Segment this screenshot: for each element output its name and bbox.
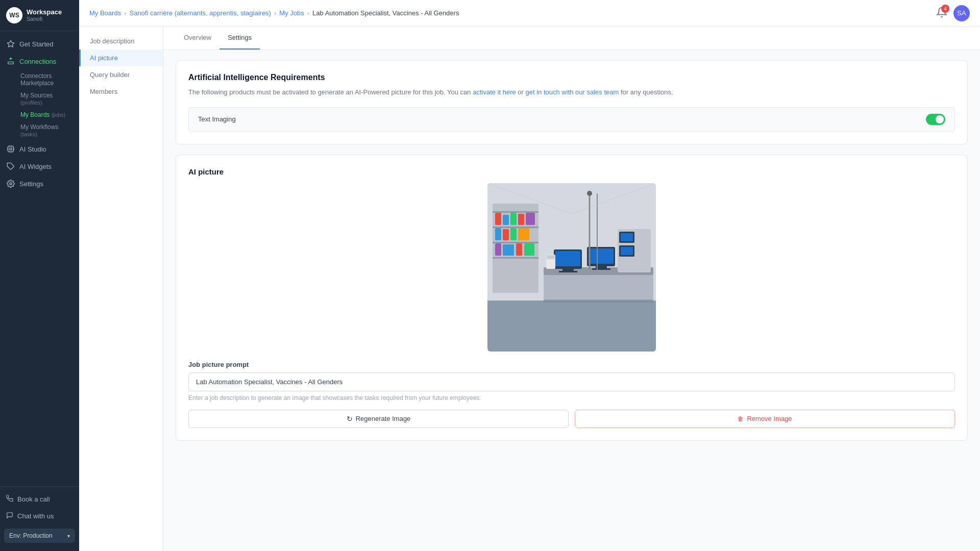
svg-rect-27 bbox=[526, 213, 535, 225]
trash-icon bbox=[738, 415, 744, 422]
svg-rect-28 bbox=[495, 228, 501, 240]
svg-rect-33 bbox=[503, 244, 514, 256]
toggle-label: Text Imaging bbox=[198, 115, 236, 123]
subnav-query-builder[interactable]: Query builder bbox=[79, 66, 163, 83]
svg-marker-0 bbox=[7, 40, 14, 47]
svg-rect-35 bbox=[524, 243, 534, 256]
cpu-icon bbox=[6, 144, 15, 154]
sidebar-item-ai-widgets[interactable]: AI Widgets bbox=[0, 158, 79, 175]
sidebar-item-connectors-marketplace[interactable]: Connectors Marketplace bbox=[14, 70, 79, 89]
svg-rect-25 bbox=[510, 213, 517, 225]
svg-rect-41 bbox=[559, 271, 577, 272]
sidebar-item-ai-studio[interactable]: AI Studio bbox=[0, 140, 79, 158]
chat-with-us-label: Chat with us bbox=[17, 512, 54, 520]
topbar-right: 4 SA bbox=[936, 5, 970, 21]
book-a-call-button[interactable]: Book a call bbox=[0, 491, 79, 508]
svg-rect-30 bbox=[510, 228, 517, 240]
ai-requirements-title: Artificial Intelligence Requirements bbox=[188, 73, 955, 82]
remove-image-button[interactable]: Remove Image bbox=[575, 410, 955, 428]
avatar[interactable]: SA bbox=[953, 5, 970, 21]
svg-rect-20 bbox=[493, 227, 538, 228]
main-area: My Boards › Sanofi carrière (alternants,… bbox=[79, 0, 980, 551]
regenerate-image-button[interactable]: Regenerate Image bbox=[188, 410, 569, 428]
logo-icon: WS bbox=[6, 7, 22, 23]
sidebar-item-label: AI Widgets bbox=[19, 163, 52, 170]
svg-rect-43 bbox=[589, 248, 614, 264]
svg-rect-56 bbox=[544, 299, 653, 303]
sidebar-item-my-boards[interactable]: My Boards (jobs) bbox=[14, 109, 79, 121]
refresh-icon bbox=[347, 415, 353, 423]
sidebar-item-connections[interactable]: Connections bbox=[0, 53, 79, 70]
svg-rect-48 bbox=[621, 233, 633, 241]
breadcrumb-my-boards[interactable]: My Boards bbox=[89, 9, 121, 17]
job-picture-prompt-label: Job picture prompt bbox=[188, 361, 955, 368]
breadcrumb-board-name[interactable]: Sanofi carrière (alternants, apprentis, … bbox=[129, 9, 271, 17]
sidebar-nav: Get Started Connections Connectors Marke… bbox=[0, 31, 79, 486]
sidebar: WS Workspace Sanofi Get Started Connecti… bbox=[0, 0, 79, 551]
ai-desc-or: or bbox=[518, 88, 524, 96]
star-icon bbox=[6, 39, 15, 48]
env-selector[interactable]: Env: Production ▾ bbox=[4, 529, 75, 543]
ai-picture-section-title: AI picture bbox=[188, 167, 955, 176]
svg-point-53 bbox=[587, 191, 592, 196]
svg-rect-34 bbox=[516, 243, 522, 256]
svg-rect-14 bbox=[487, 295, 656, 352]
text-imaging-toggle[interactable] bbox=[926, 114, 945, 125]
content-area: Job description AI picture Query builder… bbox=[79, 27, 980, 551]
svg-rect-29 bbox=[503, 229, 509, 240]
page-tabs: Overview Settings bbox=[163, 27, 980, 50]
ai-picture-card: AI picture bbox=[176, 155, 968, 441]
notifications-button[interactable]: 4 bbox=[936, 7, 947, 19]
page-content: Overview Settings Artificial Intelligenc… bbox=[163, 27, 980, 551]
chat-with-us-button[interactable]: Chat with us bbox=[0, 508, 79, 524]
sidebar-bottom: Book a call Chat with us Env: Production… bbox=[0, 486, 79, 551]
job-picture-prompt-input[interactable] bbox=[188, 372, 955, 391]
sidebar-item-settings[interactable]: Settings bbox=[0, 175, 79, 192]
workspace-name: Workspace bbox=[27, 8, 62, 16]
breadcrumb-my-jobs[interactable]: My Jobs bbox=[279, 9, 304, 17]
svg-rect-50 bbox=[621, 247, 633, 255]
ai-requirements-card: Artificial Intelligence Requirements The… bbox=[176, 60, 968, 144]
regenerate-label: Regenerate Image bbox=[356, 415, 411, 422]
sidebar-item-my-sources[interactable]: My Sources (profiles) bbox=[14, 89, 79, 109]
remove-label: Remove Image bbox=[747, 415, 792, 422]
svg-rect-55 bbox=[547, 255, 555, 259]
sidebar-logo: WS Workspace Sanofi bbox=[0, 0, 79, 31]
plug-icon bbox=[6, 57, 15, 66]
tab-overview[interactable]: Overview bbox=[176, 27, 219, 49]
get-in-touch-link[interactable]: get in touch with our sales team bbox=[526, 88, 619, 96]
chevron-down-icon: ▾ bbox=[67, 533, 70, 539]
svg-rect-22 bbox=[493, 257, 538, 259]
breadcrumb-current-job: Lab Automation Specialist, Vaccines - Al… bbox=[312, 9, 459, 17]
svg-rect-32 bbox=[495, 243, 501, 256]
svg-rect-36 bbox=[544, 272, 653, 300]
phone-icon bbox=[6, 495, 13, 504]
breadcrumb-sep: › bbox=[124, 9, 126, 17]
sidebar-item-get-started[interactable]: Get Started bbox=[0, 35, 79, 53]
sidebar-item-my-workflows[interactable]: My Workflows (tasks) bbox=[14, 121, 79, 140]
company-name: Sanofi bbox=[27, 16, 62, 22]
svg-rect-45 bbox=[592, 268, 610, 270]
svg-rect-1 bbox=[8, 146, 14, 152]
sidebar-item-label: AI Studio bbox=[19, 145, 46, 153]
subnav-ai-picture[interactable]: AI picture bbox=[79, 49, 163, 66]
activate-here-link[interactable]: activate it here bbox=[473, 88, 516, 96]
breadcrumb-sep: › bbox=[274, 9, 276, 17]
chat-icon bbox=[6, 512, 13, 520]
sidebar-item-label: Get Started bbox=[19, 40, 53, 48]
svg-rect-31 bbox=[518, 228, 529, 240]
svg-point-12 bbox=[10, 183, 12, 185]
gear-icon bbox=[6, 179, 15, 188]
ai-desc-text-prefix: The following products must be activated… bbox=[188, 88, 471, 96]
tab-settings[interactable]: Settings bbox=[219, 27, 260, 49]
subnav-job-description[interactable]: Job description bbox=[79, 33, 163, 49]
toggle-slider bbox=[926, 114, 945, 125]
ai-requirements-desc: The following products must be activated… bbox=[188, 87, 955, 98]
svg-rect-23 bbox=[495, 213, 501, 225]
subnav-members[interactable]: Members bbox=[79, 83, 163, 100]
breadcrumb-sep: › bbox=[307, 9, 309, 17]
notification-badge: 4 bbox=[941, 5, 949, 13]
action-buttons: Regenerate Image Remove Image bbox=[188, 410, 955, 428]
book-a-call-label: Book a call bbox=[17, 495, 50, 503]
text-imaging-toggle-row: Text Imaging bbox=[188, 107, 955, 132]
